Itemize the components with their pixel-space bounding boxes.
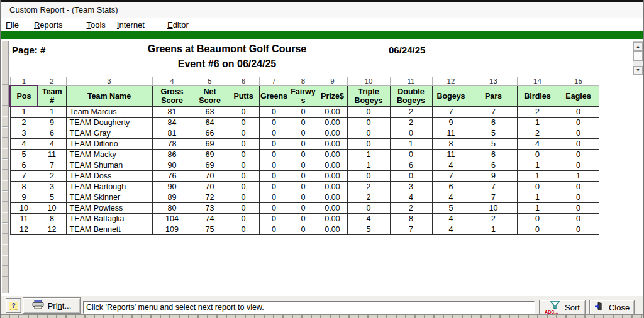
column-header-pars[interactable]: Pars [470,85,517,106]
table-cell[interactable]: 1 [517,171,558,182]
table-cell[interactable]: 0.00 [318,106,347,118]
table-cell[interactable]: 0 [347,139,390,150]
column-number-cell[interactable]: 6 [228,77,259,86]
table-cell[interactable]: 0.00 [318,150,347,160]
scroll-up-icon[interactable]: ▲ [633,42,643,51]
table-cell[interactable]: 0 [259,182,289,192]
table-cell[interactable]: 0 [347,118,390,128]
column-number-cell[interactable]: 11 [390,77,432,86]
scrollbar-thumb[interactable] [633,51,643,61]
table-cell[interactable]: 0 [390,171,432,182]
menu-file[interactable]: File [1,19,24,31]
table-cell[interactable]: 0.00 [318,224,347,235]
column-number-cell[interactable]: 3 [66,77,152,86]
table-cell[interactable]: 84 [152,118,192,128]
column-header-bogeys[interactable]: Bogeys [432,85,470,106]
table-cell[interactable]: 1 [517,160,558,171]
table-cell[interactable]: 0 [289,106,318,118]
table-cell[interactable]: 1 [517,192,558,203]
column-header-team-name[interactable]: Team Name [66,85,152,106]
table-cell[interactable]: 5 [432,203,470,214]
column-header-putts[interactable]: Putts [228,85,259,106]
table-cell[interactable]: TEAM Shuman [66,160,152,171]
table-cell[interactable]: 7 [390,224,432,235]
table-cell[interactable]: 2 [390,118,432,128]
table-cell[interactable]: 0 [228,106,259,118]
column-number-cell[interactable]: 7 [259,77,289,86]
column-number-cell[interactable]: 4 [152,77,192,86]
table-cell[interactable]: 3 [10,128,38,139]
table-cell[interactable]: 12 [38,224,66,235]
table-cell[interactable]: 90 [152,182,192,192]
table-cell[interactable]: TEAM Bennett [66,224,152,235]
column-number-cell[interactable]: 12 [432,77,470,86]
table-cell[interactable]: 2 [347,182,390,192]
table-cell[interactable]: 0 [259,203,289,214]
table-cell[interactable]: 0 [558,128,599,139]
table-cell[interactable]: 11 [432,150,470,160]
column-number-cell[interactable]: 15 [558,77,599,86]
table-cell[interactable]: 0 [228,224,259,235]
table-cell[interactable]: 8 [390,214,432,224]
table-cell[interactable]: 70 [192,171,228,182]
table-cell[interactable]: 12 [10,224,38,235]
table-cell[interactable]: 7 [470,106,517,118]
column-number-cell[interactable]: 13 [470,77,517,86]
table-cell[interactable]: 81 [152,128,192,139]
column-number-cell[interactable]: 14 [517,77,558,86]
table-cell[interactable]: 0.00 [318,214,347,224]
column-number-cell[interactable]: 1 [10,77,38,86]
table-cell[interactable]: 4 [347,214,390,224]
table-cell[interactable]: 0 [259,160,289,171]
table-cell[interactable]: 10 [38,203,66,214]
table-cell[interactable]: 0 [289,128,318,139]
table-cell[interactable]: 0 [517,214,558,224]
column-header-double-bogeys[interactable]: Double Bogeys [390,85,432,106]
table-cell[interactable]: 0 [228,139,259,150]
table-cell[interactable]: 0 [289,160,318,171]
table-cell[interactable]: 81 [152,106,192,118]
table-cell[interactable]: 1 [517,203,558,214]
help-button[interactable]: ? [6,298,21,313]
column-number-cell[interactable]: 8 [289,77,318,86]
table-cell[interactable]: 5 [470,128,517,139]
table-cell[interactable]: 1 [470,224,517,235]
table-cell[interactable]: 4 [432,214,470,224]
column-header-gross-score[interactable]: Gross Score [152,85,192,106]
column-number-cell[interactable]: 5 [192,77,228,86]
table-cell[interactable]: 1 [558,171,599,182]
table-cell[interactable]: 2 [517,106,558,118]
table-cell[interactable]: 5 [38,192,66,203]
table-cell[interactable]: 0 [558,214,599,224]
table-cell[interactable]: 0 [259,106,289,118]
table-cell[interactable]: TEAM Macky [66,150,152,160]
table-cell[interactable]: 4 [390,192,432,203]
table-cell[interactable]: 0 [347,106,390,118]
table-cell[interactable]: 0 [259,139,289,150]
table-cell[interactable]: 1 [347,150,390,160]
table-cell[interactable]: 11 [432,128,470,139]
column-number-cell[interactable]: 10 [347,77,390,86]
table-cell[interactable]: TEAM Skinner [66,192,152,203]
table-cell[interactable]: 0 [558,118,599,128]
table-cell[interactable]: 9 [10,192,38,203]
table-cell[interactable]: 7 [38,160,66,171]
table-cell[interactable]: TEAM Hartough [66,182,152,192]
column-number-cell[interactable]: 2 [38,77,66,86]
table-cell[interactable]: 0 [259,192,289,203]
table-cell[interactable]: 69 [192,160,228,171]
table-cell[interactable]: 0 [558,139,599,150]
table-cell[interactable]: 64 [192,118,228,128]
table-cell[interactable]: 5 [347,224,390,235]
table-cell[interactable]: 7 [470,182,517,192]
table-cell[interactable]: Team Marcus [66,106,152,118]
table-cell[interactable]: 0 [558,150,599,160]
table-cell[interactable]: 0 [517,150,558,160]
table-cell[interactable]: 0 [259,128,289,139]
column-header-prize-[interactable]: Prize$ [318,85,347,106]
column-header-fairwys[interactable]: Fairwys [289,85,318,106]
table-cell[interactable]: 0 [289,139,318,150]
table-cell[interactable]: 0 [558,182,599,192]
table-cell[interactable]: TEAM Gray [66,128,152,139]
table-cell[interactable]: 69 [192,150,228,160]
